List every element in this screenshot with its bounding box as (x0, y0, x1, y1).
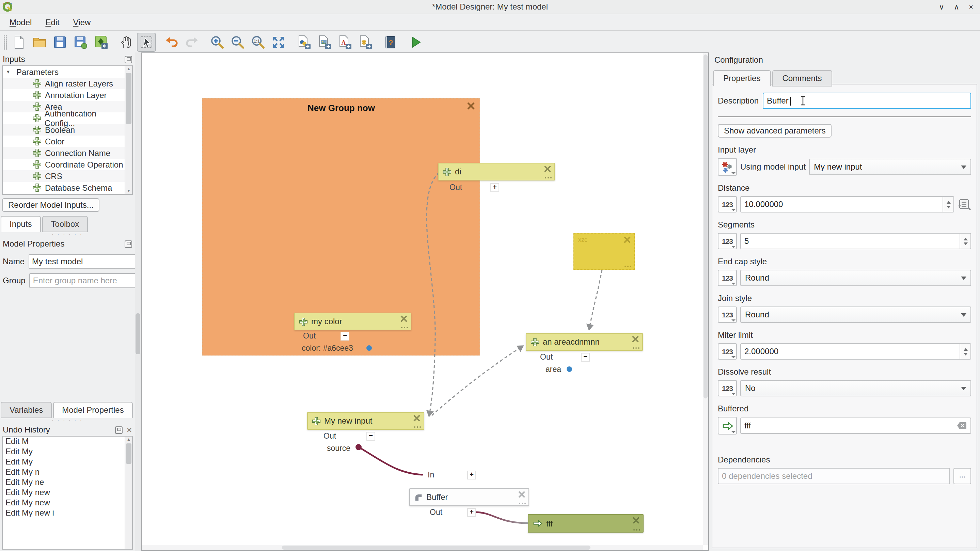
join-style-select[interactable]: Round (740, 306, 971, 323)
tab-properties[interactable]: Properties (713, 70, 771, 86)
output-socket[interactable] (355, 444, 362, 450)
iterate-over-icon[interactable] (958, 198, 971, 210)
zoom-full-button[interactable] (269, 32, 288, 51)
tab-comments[interactable]: Comments (772, 70, 832, 86)
ellipsis-icon[interactable] (632, 347, 640, 349)
model-input-source-button[interactable] (718, 158, 737, 176)
tree-item-coordinate-operation[interactable]: Coordinate Operation (3, 159, 125, 170)
description-input[interactable]: Buffer (763, 92, 971, 109)
undo-item[interactable]: Edit My (3, 457, 125, 467)
output-socket[interactable] (566, 366, 572, 372)
save-model-as-button[interactable] (71, 32, 90, 51)
minimize-button[interactable]: ∨ (939, 0, 944, 14)
undo-button[interactable] (162, 32, 181, 51)
tree-root-parameters[interactable]: ▾ Parameters (3, 66, 125, 78)
tab-variables[interactable]: Variables (1, 402, 52, 418)
scrollbar-thumb[interactable] (126, 73, 131, 124)
value-type-button[interactable]: 123 (718, 380, 737, 397)
remove-node-icon[interactable] (632, 336, 639, 342)
zoom-out-button[interactable] (228, 32, 247, 51)
tree-item-database-schema[interactable]: Database Schema (3, 182, 125, 193)
scrollbar-thumb[interactable] (126, 443, 131, 464)
expand-outputs-toggle[interactable]: + (490, 183, 499, 192)
tab-model-properties[interactable]: Model Properties (53, 402, 132, 418)
collapse-outputs-toggle[interactable]: − (366, 432, 375, 441)
ellipsis-icon[interactable] (633, 529, 640, 530)
export-image-button[interactable] (315, 32, 334, 51)
undo-item[interactable]: Edit My new i (3, 508, 125, 518)
end-cap-style-select[interactable]: Round (740, 270, 971, 286)
value-type-button[interactable]: 123 (718, 306, 737, 323)
ellipsis-icon[interactable] (624, 265, 631, 267)
remove-node-icon[interactable] (401, 315, 407, 322)
remove-node-icon[interactable] (633, 517, 640, 524)
value-type-button[interactable]: 123 (718, 270, 737, 286)
canvas-horizontal-scrollbar[interactable] (142, 545, 703, 550)
collapse-outputs-toggle[interactable]: − (340, 332, 349, 341)
undo-scrollbar[interactable]: ▲ (125, 436, 132, 549)
help-button[interactable]: ? (381, 32, 400, 51)
scroll-up-icon[interactable]: ▲ (125, 66, 132, 72)
undo-item[interactable]: Edit My (3, 447, 125, 457)
clear-text-icon[interactable] (957, 422, 967, 430)
close-button[interactable]: × (969, 0, 973, 14)
tree-item-authentication-config[interactable]: Authentication Config... (3, 112, 125, 124)
tree-item-align-raster-layers[interactable]: Align raster Layers (3, 78, 125, 89)
value-type-button[interactable]: 123 (718, 343, 737, 360)
value-type-button[interactable]: 123 (718, 196, 737, 212)
run-model-button[interactable] (406, 32, 425, 51)
scrollbar-thumb[interactable] (135, 313, 140, 354)
menu-edit[interactable]: Edit (40, 16, 65, 28)
remove-group-icon[interactable] (467, 102, 475, 110)
undo-item[interactable]: Edit M (3, 436, 125, 447)
tree-item-connection-name[interactable]: Connection Name (3, 147, 125, 159)
undo-item[interactable]: Edit My ne (3, 478, 125, 488)
node-comment[interactable]: xzc (573, 233, 635, 270)
menu-view[interactable]: View (68, 16, 96, 28)
input-layer-select[interactable]: My new input (809, 159, 971, 175)
spinner-buttons[interactable] (959, 344, 970, 359)
node-buffer[interactable]: Buffer (409, 488, 529, 506)
redo-button[interactable] (183, 32, 202, 51)
left-scrollbar[interactable] (135, 53, 141, 551)
tree-item-color[interactable]: Color (3, 135, 125, 147)
scroll-down-icon[interactable]: ▼ (125, 188, 132, 194)
show-advanced-parameters-button[interactable]: Show advanced parameters (718, 124, 832, 138)
select-tool-button[interactable] (137, 32, 156, 51)
tree-scrollbar[interactable]: ▲ ▼ (125, 66, 132, 194)
model-group-input[interactable] (30, 273, 142, 288)
spinner-buttons[interactable] (959, 234, 970, 248)
tab-toolbox[interactable]: Toolbox (42, 216, 88, 232)
new-model-button[interactable] (10, 32, 29, 51)
canvas-vertical-scrollbar[interactable] (703, 53, 708, 545)
export-svg-button[interactable] (355, 32, 375, 51)
remove-node-icon[interactable] (544, 166, 551, 172)
ellipsis-icon[interactable] (401, 326, 408, 328)
dependencies-input[interactable]: 0 dependencies selected (718, 468, 950, 484)
float-panel-icon[interactable] (115, 426, 122, 433)
output-socket[interactable] (366, 345, 372, 351)
export-pdf-button[interactable]: A (335, 32, 354, 51)
dissolve-result-select[interactable]: No (740, 380, 971, 397)
splitter-handle[interactable]: · · · · · · (0, 232, 135, 237)
scroll-up-icon[interactable]: ▲ (125, 436, 132, 443)
undo-item[interactable]: Edit My n (3, 467, 125, 478)
zoom-in-button[interactable] (208, 32, 227, 51)
chevron-down-icon[interactable]: ▾ (7, 69, 14, 75)
remove-node-icon[interactable] (624, 236, 631, 243)
node-fff-output[interactable]: fff (528, 514, 644, 533)
output-type-button[interactable] (718, 417, 737, 435)
node-di[interactable]: di (438, 163, 555, 180)
export-python-button[interactable] (294, 32, 313, 51)
zoom-actual-button[interactable]: 1:1 (248, 32, 268, 51)
dependencies-browse-button[interactable]: ... (953, 468, 971, 484)
model-name-input[interactable] (29, 254, 141, 269)
undo-item[interactable]: Edit My new (3, 498, 125, 508)
miter-limit-input[interactable] (740, 343, 971, 360)
splitter-handle[interactable]: · · · · · · (0, 418, 135, 423)
undo-item[interactable]: Edit My new (3, 488, 125, 498)
value-type-button[interactable]: 123 (718, 233, 737, 249)
scrollbar-thumb[interactable] (703, 54, 708, 399)
maximize-button[interactable]: ∧ (954, 0, 959, 14)
segments-input[interactable] (740, 233, 971, 249)
